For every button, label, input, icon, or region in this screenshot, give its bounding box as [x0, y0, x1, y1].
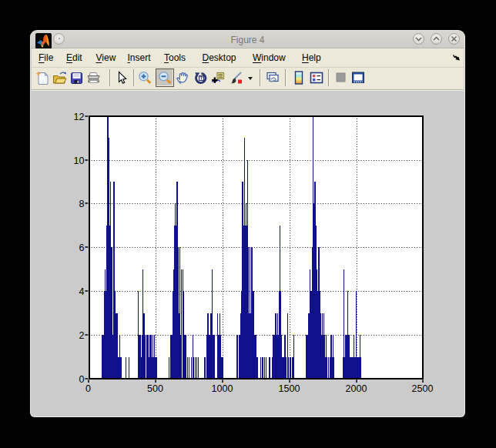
svg-text:2: 2: [79, 330, 85, 341]
svg-text:1000: 1000: [212, 383, 233, 394]
svg-text:0: 0: [79, 374, 85, 385]
svg-text:2000: 2000: [346, 383, 367, 394]
svg-text:10: 10: [74, 155, 85, 166]
svg-text:4: 4: [79, 286, 85, 297]
svg-text:500: 500: [147, 383, 163, 394]
svg-text:0: 0: [85, 383, 91, 394]
svg-text:2500: 2500: [412, 383, 434, 394]
svg-text:8: 8: [79, 199, 85, 209]
svg-text:6: 6: [79, 242, 85, 253]
svg-text:12: 12: [74, 112, 85, 122]
svg-text:1500: 1500: [279, 383, 300, 394]
